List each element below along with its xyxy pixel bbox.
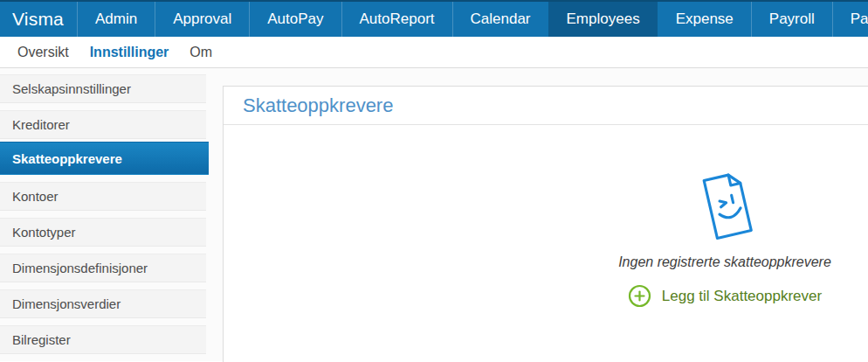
plus-circle-icon [628, 284, 651, 308]
empty-state: Ingen registrerte skatteoppkrevere Legg … [576, 158, 868, 311]
sidebar-item-bilregister[interactable]: Bilregister [0, 325, 206, 354]
sidebar-item-dimensjonsdefinisjoner[interactable]: Dimensjonsdefinisjoner [0, 254, 206, 282]
sidebar-item-dimensjonsverdier[interactable]: Dimensjonsverdier [0, 289, 206, 318]
add-link-label: Legg til Skatteoppkrever [662, 288, 822, 305]
nav-item-admin[interactable]: Admin [77, 2, 155, 37]
skatteoppkrevere-panel: Skatteoppkrevere Ingen registrerte skatt… [223, 86, 868, 362]
sidebar-item-kreditorer[interactable]: Kreditorer [0, 110, 206, 139]
settings-sidebar: Selskapsinnstillinger Kreditorer Skatteo… [0, 74, 206, 361]
page-title: Skatteoppkrevere [243, 94, 393, 117]
sidebar-item-skatteoppkrevere[interactable]: Skatteoppkrevere [0, 142, 209, 175]
nav-item-payroll[interactable]: Payroll [751, 2, 832, 37]
subnav-item-om[interactable]: Om [189, 45, 212, 60]
subnav-item-oversikt[interactable]: Oversikt [17, 45, 69, 60]
nav-item-expense[interactable]: Expense [658, 2, 751, 37]
panel-header: Skatteoppkrevere [224, 87, 868, 125]
sub-navigation-bar: Oversikt Innstillinger Om [0, 37, 868, 68]
nav-item-employees[interactable]: Employees [548, 2, 658, 37]
nav-item-calendar[interactable]: Calendar [452, 2, 548, 37]
subnav-item-innstillinger[interactable]: Innstillinger [90, 45, 169, 60]
winking-paper-icon [687, 158, 763, 253]
nav-item-autopay[interactable]: AutoPay [249, 2, 341, 37]
nav-item-approval[interactable]: Approval [155, 2, 249, 37]
visma-logo[interactable]: Visma [0, 2, 77, 37]
top-navigation-bar: Visma Admin Approval AutoPay AutoReport … [0, 0, 868, 37]
content-area: Selskapsinnstillinger Kreditorer Skatteo… [0, 68, 868, 361]
sidebar-item-kontoer[interactable]: Kontoer [0, 182, 206, 211]
sidebar-item-kontotyper[interactable]: Kontotyper [0, 218, 206, 247]
nav-item-payslip[interactable]: Payslip [832, 2, 868, 37]
add-skatteoppkrever-button[interactable]: Legg til Skatteoppkrever [628, 284, 822, 308]
nav-item-autoreport[interactable]: AutoReport [341, 2, 452, 37]
sidebar-item-selskapsinnstillinger[interactable]: Selskapsinnstillinger [0, 74, 206, 103]
empty-state-message: Ingen registrerte skatteoppkrevere [576, 254, 868, 270]
